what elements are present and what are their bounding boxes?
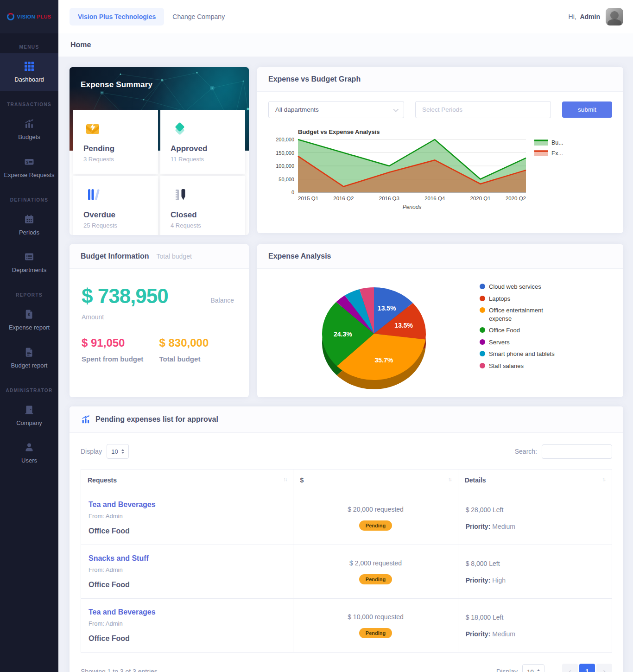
amount-label: Amount [82,313,237,321]
table-row: Snacks and Stuff From: Admin Office Food… [81,545,612,599]
summary-tile-pending[interactable]: Pending 3 Requests [73,110,158,174]
summary-tile-closed[interactable]: Closed 4 Requests [160,176,245,235]
svg-text:Ex...: Ex... [551,150,563,157]
sidebar-item-budget-report[interactable]: Budget report [0,339,58,377]
svg-text:2016 Q4: 2016 Q4 [424,196,445,201]
pending-expenses-table: Requests↑↓$↑↓Details↑↓ Tea and Beverages… [81,469,612,653]
summary-tile-overdue[interactable]: Overdue 25 Requests [73,176,158,235]
sidebar-item-expense-report[interactable]: $Expense report [0,301,58,339]
table-row: Tea and Beverages From: Admin Office Foo… [81,599,612,653]
page-1-button[interactable]: 1 [579,664,595,672]
closed-pen-icon [171,185,189,204]
svg-text:100,000: 100,000 [276,163,294,169]
sidebar-item-departments[interactable]: Departments [0,244,58,281]
overdue-bars-icon [83,185,102,204]
svg-text:Periods: Periods [403,204,422,210]
svg-text:35.7%: 35.7% [375,356,393,364]
svg-text:Bu...: Bu... [551,139,563,146]
sidebar-item-company[interactable]: Company [0,397,58,434]
request-link[interactable]: Tea and Beverages [89,501,156,508]
brand-logo[interactable]: VISION PLUS [0,0,58,33]
amount-left: $ 28,000 Left [466,506,604,514]
top-header: Vision Plus Technologies Change Company … [58,0,633,33]
status-badge: Pending [359,628,392,638]
display-length-select-footer[interactable]: 10 [522,664,544,672]
sidebar-item-expense-requests[interactable]: $Expense Requests [0,149,58,186]
approved-layers-icon [171,119,189,138]
request-link[interactable]: Snacks and Stuff [89,554,149,562]
amount-left: $ 18,000 Left [466,614,604,621]
spent-label: Spent from budget [82,355,159,363]
legend-dot-icon [480,339,485,345]
svg-text:200,000: 200,000 [276,137,294,142]
status-badge: Pending [359,574,392,584]
svg-text:2015 Q1: 2015 Q1 [298,196,318,201]
pending-expenses-card: Pending expenses list for approval Displ… [70,406,623,672]
display-length-select[interactable]: 10 [107,444,129,459]
expense-analysis-title: Expense Analysis [268,252,331,260]
pie-legend-item: Cloud web services [480,283,558,291]
requested-amount: $ 10,000 requested [301,613,450,621]
total-budget-label: Total budget [159,355,237,363]
budget-report-icon [24,347,35,358]
sidebar-item-budgets[interactable]: Budgets [0,111,58,148]
department-select-value: All dapartments [275,106,319,113]
change-company-link[interactable]: Change Company [172,13,225,20]
sidebar-section-label: ADMINISTRATOR [0,377,58,397]
pie-legend-item: Office Food [480,326,558,335]
brand-name-primary: VISION [17,14,35,19]
sort-icon: ↑↓ [283,476,286,482]
svg-text:0: 0 [291,190,294,195]
expense-report-icon: $ [24,309,35,320]
search-input[interactable] [542,444,612,459]
expense-vs-budget-title: Expense vs Budget Graph [268,75,361,83]
svg-text:$: $ [28,312,30,317]
display-label: Display [81,448,102,455]
status-badge: Pending [359,520,392,531]
sidebar: VISION PLUS MENUSDashboardTRANSACTIONSBu… [0,0,58,672]
updown-arrows-icon [537,669,540,672]
sidebar-item-dashboard[interactable]: Dashboard [0,53,58,91]
pending-expenses-title: Pending expenses list for approval [95,415,218,424]
column-header-details[interactable]: Details↑↓ [458,469,612,491]
page-titlebar: Home [58,33,633,57]
entries-summary: Showing 1 to 3 of 3 entries [81,668,158,672]
pie-legend-item: Staff salaries [480,362,558,370]
request-from: From: Admin [89,513,285,520]
request-link[interactable]: Tea and Beverages [89,608,156,616]
chevron-down-icon [393,106,399,111]
previous-page-button[interactable]: ‹ [562,664,578,672]
column-header-amount[interactable]: $↑↓ [293,469,458,491]
brand-logo-icon [7,13,14,20]
dashboard-content: Expense Summary Pending 3 Requests Appro… [58,57,633,672]
expense-summary-title: Expense Summary [81,80,152,89]
sidebar-item-users[interactable]: Users [0,434,58,472]
budget-expense-area-chart: Budget vs Expense Analysis050,000100,000… [268,127,612,217]
svg-text:2016 Q2: 2016 Q2 [333,196,354,201]
summary-tile-approved[interactable]: Approved 11 Requests [160,110,245,174]
bar-chart-icon [24,118,35,129]
pending-envelope-icon [83,119,102,138]
periods-input[interactable] [415,101,551,118]
department-select[interactable]: All dapartments [268,101,404,118]
priority: Priority: High [466,577,604,584]
list-icon [24,251,35,262]
sidebar-item-periods[interactable]: Periods [0,206,58,244]
expense-summary-tiles: Pending 3 Requests Approved 11 Requests … [73,110,245,235]
dashboard-grid-icon [24,61,35,72]
display-label: Display [496,668,518,672]
request-from: From: Admin [89,620,285,627]
submit-button[interactable]: submit [562,101,612,118]
requested-amount: $ 2,000 requested [301,559,450,567]
legend-dot-icon [480,307,485,313]
priority: Priority: Medium [466,523,604,530]
sort-icon: ↑↓ [602,476,605,482]
user-avatar[interactable] [606,8,623,25]
company-icon [24,404,35,415]
user-name: Admin [580,13,600,20]
column-header-requests[interactable]: Requests↑↓ [81,469,293,491]
next-page-button[interactable]: › [596,664,612,672]
expense-analysis-card: Expense Analysis 13.5%13.5%35.7%24.3% Cl… [257,244,623,397]
active-company-button[interactable]: Vision Plus Technologies [70,8,164,25]
budget-information-title: Budget Information [81,252,149,260]
